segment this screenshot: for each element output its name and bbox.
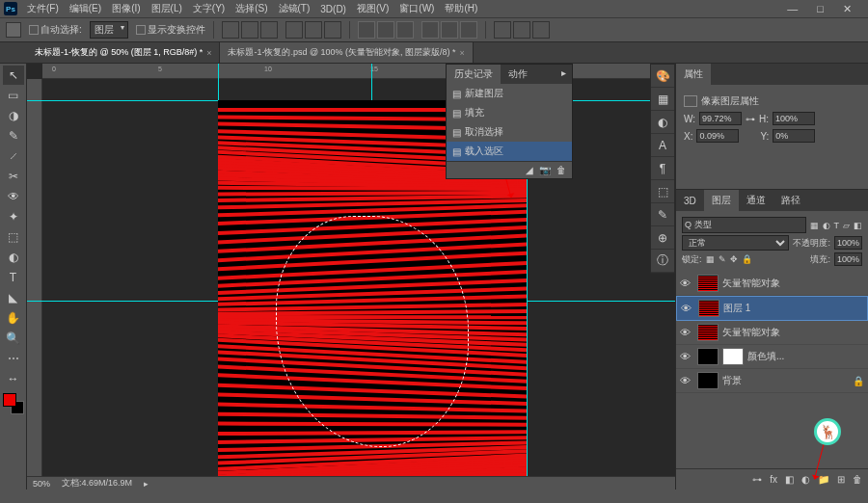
- hand-tool[interactable]: ✋: [3, 308, 24, 328]
- character-panel-icon[interactable]: A: [651, 134, 674, 157]
- lock-pos-icon[interactable]: ✥: [730, 254, 738, 264]
- wand-tool[interactable]: ✎: [3, 126, 24, 146]
- actions-tab[interactable]: 动作: [501, 65, 535, 84]
- zoom-tool[interactable]: 🔍: [3, 329, 24, 348]
- 3d-mode-1[interactable]: [494, 21, 511, 39]
- menu-select[interactable]: 选择(S): [231, 0, 272, 17]
- layer-row[interactable]: 👁矢量智能对象: [676, 321, 868, 345]
- filter-smart-icon[interactable]: ◧: [854, 221, 862, 230]
- menu-3d[interactable]: 3D(D): [315, 2, 351, 16]
- visibility-icon[interactable]: 👁: [680, 351, 693, 362]
- canvas-area[interactable]: 0 5 10 15 20 历史记录 动作 ▸ ▤新建图层 ▤填充 ▤取消选择 ▤…: [27, 64, 675, 490]
- brush-tool[interactable]: ✦: [3, 207, 24, 226]
- menu-file[interactable]: 文件(F): [22, 0, 64, 17]
- properties-tab[interactable]: 属性: [676, 64, 711, 85]
- history-tab[interactable]: 历史记录: [447, 65, 501, 84]
- link-layers-icon[interactable]: ⊶: [752, 474, 762, 485]
- distribute-2[interactable]: [377, 21, 394, 39]
- delete-layer-icon[interactable]: 🗑: [853, 474, 862, 485]
- more-tools[interactable]: ⋯: [3, 349, 24, 368]
- align-vcenter[interactable]: [241, 21, 258, 39]
- doc-tab-2[interactable]: 未标题-1-恢复的.psd @ 100% (矢量智能对象, 图层蒙版/8) *×: [220, 42, 473, 63]
- autoselect-checkbox[interactable]: [29, 25, 39, 35]
- 3d-tab[interactable]: 3D: [676, 192, 704, 210]
- move-tool[interactable]: ↖: [3, 66, 24, 85]
- lock-trans-icon[interactable]: ▦: [706, 254, 715, 264]
- group-icon[interactable]: 📁: [818, 474, 829, 485]
- ruler-horizontal[interactable]: 0 5 10 15 20: [42, 64, 675, 79]
- filter-type-icon[interactable]: T: [834, 221, 840, 230]
- distribute-1[interactable]: [358, 21, 375, 39]
- maximize-button[interactable]: □: [812, 1, 828, 17]
- history-item[interactable]: ▤新建图层: [447, 84, 572, 103]
- mask-icon[interactable]: ◧: [785, 474, 794, 485]
- lock-paint-icon[interactable]: ✎: [719, 254, 726, 264]
- distribute-4[interactable]: [421, 21, 439, 39]
- filter-shape-icon[interactable]: ▱: [843, 221, 850, 230]
- align-top[interactable]: [222, 21, 239, 39]
- color-panel-icon[interactable]: 🎨: [651, 65, 674, 88]
- doc-info[interactable]: 文档:4.69M/16.9M: [62, 477, 132, 490]
- width-input[interactable]: [699, 112, 742, 125]
- height-input[interactable]: [773, 112, 815, 125]
- layer-filter[interactable]: Q 类型: [682, 217, 806, 233]
- paragraph-panel-icon[interactable]: ¶: [651, 157, 674, 180]
- ruler-vertical[interactable]: [27, 79, 42, 490]
- channels-tab[interactable]: 通道: [739, 190, 773, 211]
- y-input[interactable]: [773, 129, 815, 143]
- align-right[interactable]: [324, 21, 341, 39]
- visibility-icon[interactable]: 👁: [680, 375, 693, 386]
- menu-type[interactable]: 文字(Y): [188, 0, 230, 17]
- history-item[interactable]: ▤载入选区: [447, 142, 572, 161]
- clone-panel-icon[interactable]: ⊕: [651, 226, 674, 250]
- path-tool[interactable]: ◣: [3, 288, 24, 307]
- menu-layer[interactable]: 图层(L): [147, 0, 187, 17]
- menu-image[interactable]: 图像(I): [107, 0, 145, 17]
- new-layer-icon[interactable]: ⊞: [837, 474, 845, 485]
- fx-icon[interactable]: fx: [770, 474, 777, 485]
- 3d-mode-2[interactable]: [513, 21, 530, 39]
- menu-help[interactable]: 帮助(H): [440, 0, 482, 17]
- link-icon[interactable]: ⊶: [746, 114, 755, 124]
- new-snapshot-icon[interactable]: 📷: [539, 165, 551, 175]
- distribute-3[interactable]: [396, 21, 414, 39]
- layer-row[interactable]: 👁矢量智能对象: [676, 272, 868, 296]
- type-tool[interactable]: T: [3, 268, 24, 287]
- visibility-icon[interactable]: 👁: [680, 327, 693, 338]
- tool-preset-icon[interactable]: [6, 22, 21, 38]
- stamp-tool[interactable]: ⬚: [3, 227, 24, 247]
- history-item[interactable]: ▤取消选择: [447, 122, 572, 142]
- distribute-5[interactable]: [441, 21, 458, 39]
- lasso-tool[interactable]: ◑: [3, 106, 24, 125]
- minimize-button[interactable]: —: [782, 1, 802, 17]
- layer-row[interactable]: 👁背景🔒: [676, 369, 868, 393]
- close-button[interactable]: ✕: [838, 1, 856, 17]
- layer-row[interactable]: 👁图层 1: [676, 296, 868, 321]
- fill-input[interactable]: 100%: [834, 252, 862, 266]
- visibility-icon[interactable]: 👁: [680, 278, 693, 289]
- delete-history-icon[interactable]: 🗑: [556, 165, 566, 175]
- menu-filter[interactable]: 滤镜(T): [274, 0, 315, 17]
- panel-menu-icon[interactable]: ▸: [556, 65, 572, 84]
- distribute-6[interactable]: [460, 21, 477, 39]
- menu-edit[interactable]: 编辑(E): [65, 0, 106, 17]
- paths-tab[interactable]: 路径: [773, 190, 808, 211]
- visibility-icon[interactable]: 👁: [681, 303, 694, 314]
- align-left[interactable]: [285, 21, 303, 39]
- crop-tool[interactable]: ⟋: [3, 146, 24, 166]
- align-bottom[interactable]: [260, 21, 278, 39]
- layer-row[interactable]: 👁颜色填...: [676, 345, 868, 369]
- filter-adj-icon[interactable]: ◐: [823, 221, 830, 230]
- show-transform-checkbox[interactable]: [136, 25, 146, 35]
- autoselect-target[interactable]: 图层: [90, 21, 128, 39]
- gradient-tool[interactable]: ◐: [3, 248, 24, 267]
- adjustment-icon[interactable]: ◐: [801, 474, 810, 485]
- info-panel-icon[interactable]: ⓘ: [651, 250, 674, 273]
- styles-panel-icon[interactable]: ⬚: [651, 180, 674, 203]
- edit-toolbar[interactable]: ↔: [3, 369, 24, 388]
- marquee-tool[interactable]: ▭: [3, 86, 24, 105]
- blend-mode[interactable]: 正常: [682, 235, 789, 251]
- zoom-level[interactable]: 50%: [33, 479, 50, 489]
- filter-pixel-icon[interactable]: ▦: [810, 221, 819, 230]
- snapshot-icon[interactable]: ◢: [526, 165, 533, 175]
